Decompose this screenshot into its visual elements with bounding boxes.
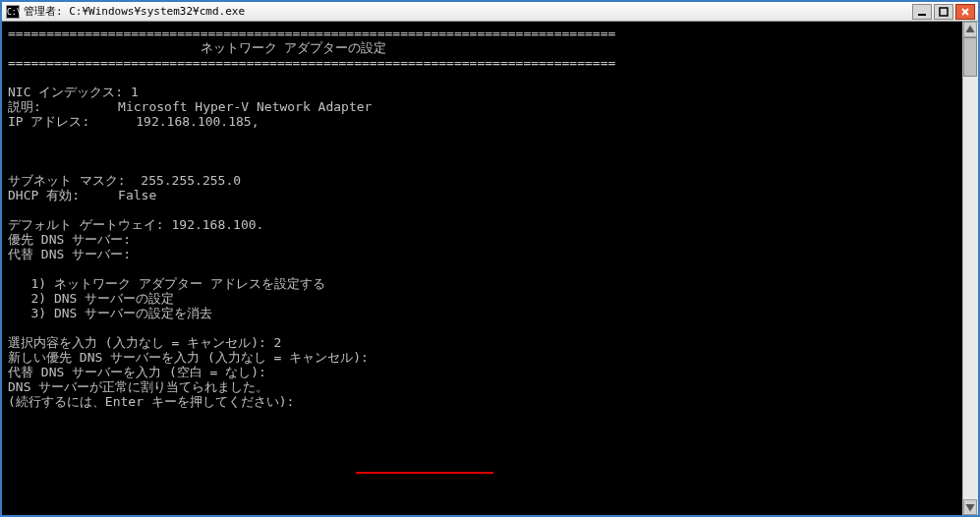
close-button[interactable] bbox=[955, 4, 975, 20]
divider-line: ========================================… bbox=[8, 55, 956, 70]
prompt-new-primary-line: 新しい優先 DNS サーバーを入力 (入力なし = キャンセル): bbox=[8, 350, 956, 365]
chevron-down-icon bbox=[964, 501, 976, 513]
scroll-down-button[interactable] bbox=[963, 499, 977, 515]
blank-line bbox=[8, 129, 956, 144]
option-line: 2) DNS サーバーの設定 bbox=[8, 291, 956, 306]
blank-line bbox=[8, 202, 956, 217]
close-icon bbox=[960, 7, 970, 17]
vertical-scrollbar[interactable] bbox=[962, 22, 978, 515]
red-underline-annotation bbox=[356, 472, 493, 474]
minimize-button[interactable] bbox=[912, 4, 932, 20]
blank-line bbox=[8, 320, 956, 335]
divider-line: ========================================… bbox=[8, 26, 956, 40]
prompt-select-line: 選択内容を入力 (入力なし = キャンセル): 2 bbox=[8, 335, 956, 350]
cmd-window: C:\ 管理者: C:¥Windows¥system32¥cmd.exe ===… bbox=[0, 0, 980, 517]
client-area: ========================================… bbox=[2, 22, 978, 515]
blank-line bbox=[8, 261, 956, 276]
dhcp-line: DHCP 有効: False bbox=[8, 188, 956, 202]
description-line: 説明: Microsoft Hyper-V Network Adapter bbox=[8, 99, 956, 114]
blank-line bbox=[8, 70, 956, 85]
scroll-up-button[interactable] bbox=[963, 22, 977, 37]
maximize-icon bbox=[939, 7, 949, 17]
blank-line bbox=[8, 158, 956, 173]
prompt-alt-line: 代替 DNS サーバーを入力 (空白 = なし): bbox=[8, 365, 956, 379]
svg-rect-1 bbox=[940, 8, 948, 16]
svg-marker-4 bbox=[966, 26, 975, 33]
header-text: ネットワーク アダプターの設定 bbox=[8, 40, 956, 55]
dns-primary-line: 優先 DNS サーバー: bbox=[8, 232, 956, 247]
continue-line: (続行するには、Enter キーを押してください): bbox=[8, 394, 956, 409]
chevron-up-icon bbox=[964, 24, 976, 35]
minimize-icon bbox=[917, 7, 927, 17]
blank-line bbox=[8, 144, 956, 158]
dns-alt-line: 代替 DNS サーバー: bbox=[8, 247, 956, 261]
nic-index-line: NIC インデックス: 1 bbox=[8, 85, 956, 99]
titlebar[interactable]: C:\ 管理者: C:¥Windows¥system32¥cmd.exe bbox=[2, 2, 978, 22]
option-line: 3) DNS サーバーの設定を消去 bbox=[8, 306, 956, 320]
option-line: 1) ネットワーク アダプター アドレスを設定する bbox=[8, 276, 956, 291]
terminal-output[interactable]: ========================================… bbox=[2, 22, 962, 515]
scroll-thumb[interactable] bbox=[963, 37, 977, 77]
ip-address-line: IP アドレス: 192.168.100.185, bbox=[8, 114, 956, 129]
maximize-button[interactable] bbox=[934, 4, 953, 20]
cmd-icon: C:\ bbox=[6, 5, 20, 19]
window-title: 管理者: C:¥Windows¥system32¥cmd.exe bbox=[24, 4, 912, 19]
gateway-line: デフォルト ゲートウェイ: 192.168.100. bbox=[8, 217, 956, 232]
svg-marker-5 bbox=[966, 504, 975, 512]
window-controls bbox=[912, 4, 978, 20]
assigned-ok-line: DNS サーバーが正常に割り当てられました。 bbox=[8, 379, 956, 394]
subnet-line: サブネット マスク: 255.255.255.0 bbox=[8, 173, 956, 188]
